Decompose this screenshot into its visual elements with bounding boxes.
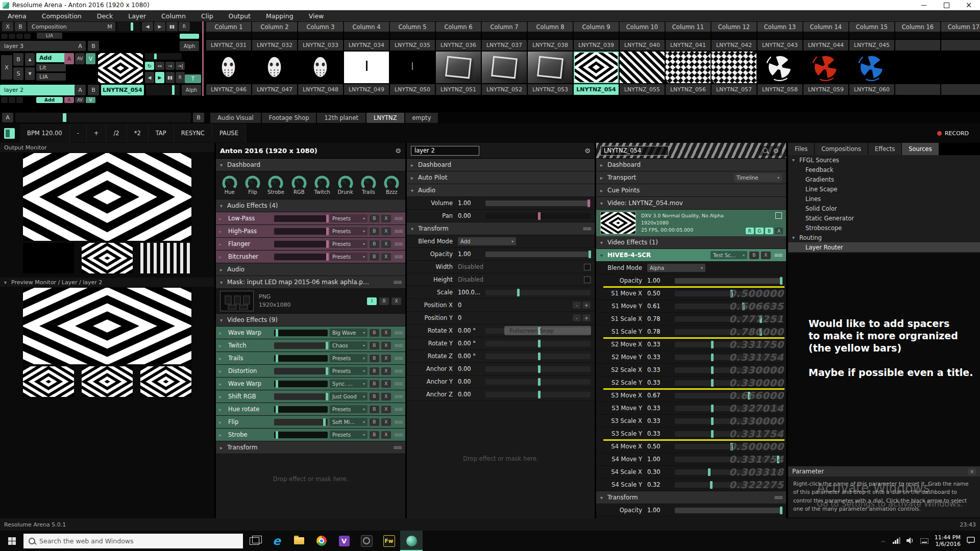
effect-row-flip[interactable]: FlipSoft Mi...▾BX (216, 416, 405, 429)
param-slider[interactable] (485, 213, 591, 219)
menu-item-arena[interactable]: Arena (0, 12, 34, 20)
layer2-up-button[interactable]: ▲ (25, 53, 35, 66)
clip-thumbnail-mask[interactable] (298, 52, 343, 83)
bypass-button[interactable]: B (379, 297, 389, 305)
clear-button[interactable]: X (381, 240, 391, 248)
layer4-cell[interactable] (24, 34, 31, 39)
bpm-button-x2[interactable]: *2 (127, 123, 149, 142)
param-slider[interactable] (485, 252, 591, 257)
effect-opacity-slider[interactable] (274, 228, 328, 235)
clip-thumbnail-diag-diamond[interactable] (620, 52, 665, 83)
slider-handle[interactable] (326, 367, 328, 375)
bypass-button[interactable]: B (370, 228, 379, 235)
clip-thumbnail-spinner-white[interactable] (757, 52, 802, 83)
param-slider[interactable] (675, 278, 782, 284)
enable-checkbox[interactable] (584, 277, 591, 283)
blend-mode-dropdown[interactable]: Add▾ (458, 237, 516, 245)
bypass-button[interactable]: B (370, 367, 379, 375)
menu-item-clip[interactable]: Clip (193, 12, 221, 20)
effect-row-distortion[interactable]: DistortionPresets▾BX (216, 365, 405, 378)
preset-dropdown[interactable]: Presets▾ (330, 253, 368, 261)
clip-name[interactable]: LNYTNZ_053 (528, 84, 573, 95)
drag-handle-icon[interactable] (394, 406, 402, 413)
drag-handle-icon[interactable] (582, 225, 591, 232)
column-header[interactable]: Column 9 (574, 22, 619, 32)
clip-thumbnail-white-line[interactable] (344, 52, 389, 83)
clip-name[interactable]: LNYTNZ_037 (482, 40, 527, 51)
section-dashboard[interactable]: Dashboard (596, 159, 786, 171)
effect-row-high-pass[interactable]: High-PassPresets▾BX (216, 225, 405, 238)
section-transform[interactable]: Transform (596, 491, 786, 504)
taskbar-icon-resolume[interactable] (400, 531, 423, 551)
param-slider[interactable] (675, 457, 782, 462)
layer2-b-col[interactable]: B (88, 85, 99, 95)
column-header[interactable]: Column 5 (390, 22, 435, 32)
param-slider[interactable] (485, 392, 591, 397)
layer3-a-button[interactable]: A (75, 41, 86, 51)
clear-button[interactable]: X (381, 367, 391, 375)
slider-handle[interactable] (711, 405, 714, 412)
clear-button[interactable]: X (381, 406, 391, 413)
param-slider[interactable] (675, 304, 782, 309)
param-slider[interactable] (675, 431, 782, 437)
param-slider[interactable] (485, 341, 591, 346)
clip-thumbnail-checker[interactable] (712, 52, 756, 83)
param-value[interactable]: 0.33 (647, 354, 675, 361)
preset-dropdown[interactable]: Presets▾ (330, 214, 368, 222)
tree-item-feedback[interactable]: Feedback (788, 165, 980, 174)
layer3-name[interactable]: layer 3 (0, 41, 76, 51)
gear-icon[interactable] (773, 147, 779, 155)
drag-handle-icon[interactable] (394, 431, 402, 438)
composition-transport-3[interactable]: R (179, 22, 190, 31)
clear-button[interactable]: X (381, 431, 391, 439)
drag-handle-icon[interactable] (394, 215, 402, 222)
deck-tab-audio-visual[interactable]: Audio Visual (210, 113, 261, 123)
slider-handle[interactable] (326, 215, 329, 222)
layer4-cell[interactable] (9, 34, 15, 39)
expand-icon[interactable] (219, 356, 226, 361)
menu-item-column[interactable]: Column (154, 12, 193, 20)
bpm-button-TAP[interactable]: TAP (149, 123, 174, 142)
param-value[interactable]: 0.50 (647, 443, 675, 450)
column-header[interactable]: Column 7 (482, 22, 527, 32)
clip-name[interactable]: LNYTNZ_039 (574, 40, 619, 51)
slider-handle[interactable] (538, 391, 541, 398)
clip-name[interactable]: LNYTNZ_032 (252, 40, 297, 51)
tree-item-routing[interactable]: Routing (788, 233, 980, 242)
effect-row-low-pass[interactable]: Low-PassPresets▾BX (216, 212, 405, 225)
blend-mode-dropdown[interactable]: Alpha▾ (647, 264, 705, 272)
effect-opacity-slider[interactable] (274, 368, 328, 374)
slider-handle[interactable] (326, 228, 329, 235)
layer1-blend-dropdown[interactable]: Add (36, 97, 63, 103)
param-value[interactable]: 0.00 (458, 365, 485, 372)
fullscreen-icon[interactable] (775, 212, 782, 219)
effect-opacity-slider[interactable] (274, 241, 328, 247)
clip-name[interactable]: LNYTNZ_060 (849, 84, 894, 95)
bypass-button[interactable]: B (370, 393, 379, 400)
slider-handle[interactable] (710, 481, 713, 489)
expand-icon[interactable] (219, 343, 226, 348)
column-header[interactable]: Column 11 (666, 22, 710, 32)
drag-handle-icon[interactable] (394, 228, 402, 235)
tree-item-layer-router[interactable]: Layer Router (788, 242, 980, 252)
clip-thumbnail-mask[interactable] (252, 52, 297, 83)
section-auto-pilot[interactable]: Auto Pilot (407, 171, 595, 184)
drag-handle-icon[interactable] (394, 342, 402, 349)
slider-handle[interactable] (326, 393, 328, 400)
expand-icon[interactable] (219, 368, 226, 374)
gear-icon[interactable] (395, 147, 401, 155)
drag-handle-icon[interactable] (393, 444, 401, 451)
clip-name[interactable]: LNYTNZ_033 (298, 40, 343, 51)
clip-name[interactable]: LNYTNZ_044 (803, 40, 848, 51)
column-header[interactable]: Column 16 (895, 22, 940, 32)
expand-icon[interactable] (219, 330, 226, 336)
bypass-button[interactable]: B (370, 253, 379, 261)
slider-handle[interactable] (587, 199, 590, 207)
clip-name[interactable]: LNYTNZ_036 (436, 40, 481, 51)
param-slider[interactable] (675, 355, 782, 360)
layer2-transition-slider[interactable] (145, 53, 182, 60)
param-value[interactable]: 100.0... (458, 289, 485, 296)
preset-dropdown[interactable]: Just Good▾ (330, 392, 368, 400)
param-slider[interactable] (675, 380, 782, 386)
slider-handle[interactable] (730, 443, 733, 450)
